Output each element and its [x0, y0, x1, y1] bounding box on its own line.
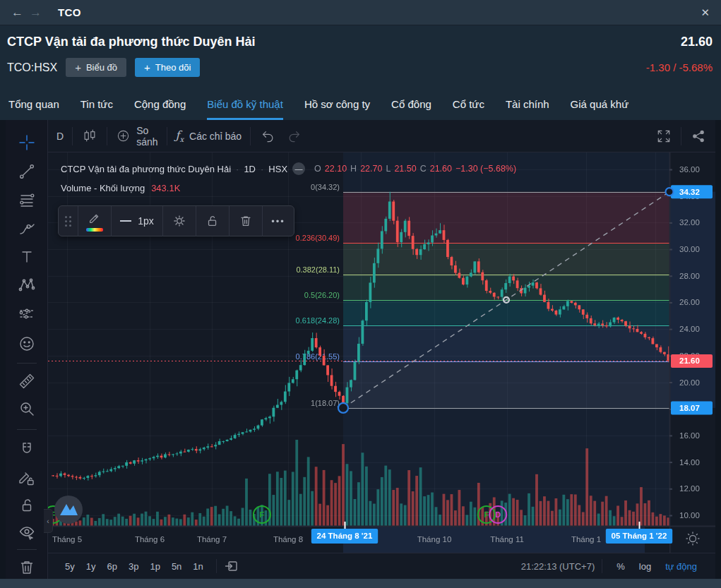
forward-arrow-icon[interactable]: →	[30, 6, 48, 20]
tab-ho-so-cong-ty[interactable]: Hồ sơ công ty	[304, 92, 370, 120]
hide-series-button[interactable]: —	[292, 162, 305, 175]
last-price: 21.60	[681, 35, 713, 49]
chart-top-toolbar: D So sánh ƒx Các chỉ báo	[48, 120, 715, 152]
emoji-tool[interactable]	[17, 334, 37, 354]
ohlc-values: O22.10 H22.70 L21.50 C21.60 −1.30 (−5.68…	[314, 164, 516, 174]
legend-exchange[interactable]: HSX	[268, 164, 287, 174]
tab-tong-quan[interactable]: Tổng quan	[8, 92, 59, 120]
page-bottom-strip	[0, 579, 721, 588]
tab-tai-chinh[interactable]: Tài chính	[506, 92, 549, 120]
more-options-button[interactable]: •••	[263, 206, 294, 236]
chart-legend: CTCP Vận tải đa phương thức Duyên Hải · …	[61, 162, 516, 193]
drawing-mode-lock-tool[interactable]	[17, 468, 37, 488]
toolbar-divider	[681, 127, 681, 145]
unlock-button[interactable]	[196, 206, 229, 236]
tab-cong-dong[interactable]: Cộng đồng	[134, 92, 186, 120]
plus-icon: +	[144, 62, 150, 73]
legend-symbol-title[interactable]: CTCP Vận tải đa phương thức Duyên Hải	[61, 164, 231, 174]
chart-style-button[interactable]	[81, 128, 98, 145]
compare-button[interactable]: So sánh	[116, 125, 157, 148]
plus-icon: +	[75, 62, 81, 73]
range-1n[interactable]: 1n	[187, 559, 208, 574]
trend-line-tool[interactable]	[17, 162, 37, 181]
legend-change: −1.30 (−5.68%)	[455, 164, 516, 174]
log-scale-button[interactable]: log	[632, 561, 658, 572]
share-button[interactable]	[690, 128, 707, 145]
indicators-button[interactable]: ƒx Các chỉ báo	[176, 128, 242, 143]
auto-scale-button[interactable]: tự động	[658, 561, 704, 572]
toolbar-divider	[167, 127, 167, 145]
tab-co-dong[interactable]: Cổ đông	[391, 92, 431, 120]
toolbar-divider	[602, 559, 602, 573]
symbol-header: CTCP Vận tải đa phương thức Duyên Hải 21…	[0, 26, 721, 92]
tab-co-tuc[interactable]: Cổ tức	[453, 92, 484, 120]
fullscreen-button[interactable]	[655, 128, 672, 145]
section-tabs: Tổng quanTin tứcCộng đồngBiểu đồ kỹ thuậ…	[0, 92, 721, 120]
add-chart-button[interactable]: + Biểu đồ	[66, 58, 126, 77]
circle-plus-icon	[116, 128, 131, 143]
drawing-tools-sidebar	[6, 120, 48, 579]
back-arrow-icon[interactable]: ←	[11, 6, 30, 20]
tab-tin-tuc[interactable]: Tin tức	[81, 92, 113, 120]
brush-tool[interactable]	[17, 219, 37, 239]
go-to-date-button[interactable]	[224, 558, 239, 574]
toolbar-divider	[216, 559, 217, 573]
symbol-exchange: TCO:HSX	[7, 61, 57, 74]
toolbar-divider	[17, 429, 37, 430]
range-5n[interactable]: 5n	[166, 559, 187, 574]
clock-utc[interactable]: 21:22:13 (UTC+7)	[521, 561, 595, 572]
tab-gia-qua-khu[interactable]: Giá quá khứ	[571, 92, 629, 120]
fx-icon: ƒx	[176, 128, 184, 143]
range-1p[interactable]: 1p	[144, 559, 165, 574]
redo-button[interactable]	[286, 128, 303, 145]
toolbar-divider	[17, 363, 37, 364]
rainbow-swatch	[86, 228, 103, 232]
lock-all-drawings-tool[interactable]	[17, 496, 37, 515]
line-width-button[interactable]: 1px	[112, 206, 162, 236]
measure-tool[interactable]	[17, 371, 37, 391]
toolbar-divider	[107, 127, 107, 145]
drag-handle[interactable]	[59, 206, 78, 236]
legend-interval[interactable]: 1D	[244, 164, 256, 174]
chart-shell: D So sánh ƒx Các chỉ báo CTCP Vận tải đa…	[6, 120, 715, 579]
drawing-properties-toolbar: 1px •••	[58, 205, 294, 236]
settings-button[interactable]	[163, 206, 196, 236]
hide-drawings-tool[interactable]	[17, 522, 37, 542]
chart-zone: D So sánh ƒx Các chỉ báo CTCP Vận tải đa…	[0, 120, 721, 579]
zoom-in-tool[interactable]	[17, 399, 37, 419]
toolbar-divider	[17, 549, 37, 550]
chart-bottom-toolbar: 5y1y6p3p1p5n1n 21:22:13 (UTC+7) % log tự…	[48, 553, 715, 579]
volume-value: 343.1K	[151, 183, 180, 193]
undo-button[interactable]	[259, 128, 276, 145]
sidebar-collapse-handle[interactable]: ‹	[44, 509, 53, 533]
projection-tool[interactable]	[17, 304, 37, 323]
range-6p[interactable]: 6p	[101, 559, 122, 574]
close-icon[interactable]: ✕	[701, 6, 710, 19]
color-picker-button[interactable]	[78, 206, 111, 236]
range-buttons: 5y1y6p3p1p5n1n	[59, 559, 209, 574]
remove-drawings-tool[interactable]	[17, 558, 37, 577]
price-change: -1.30 / -5.68%	[646, 61, 713, 73]
tab-bieu-do-ky-thuat[interactable]: Biểu đồ kỹ thuật	[207, 92, 283, 120]
xabcd-pattern-tool[interactable]	[17, 275, 37, 295]
follow-button[interactable]: + Theo dõi	[135, 58, 200, 77]
volume-study-label[interactable]: Volume - Khối lượng	[61, 183, 145, 193]
window-topbar: ← → TCO ✕	[0, 0, 721, 25]
interval-button[interactable]: D	[56, 131, 64, 142]
range-5y[interactable]: 5y	[59, 559, 81, 574]
delete-drawing-button[interactable]	[230, 206, 262, 236]
crosshair-tool[interactable]	[17, 133, 37, 152]
magnet-tool[interactable]	[17, 440, 37, 460]
toolbar-divider	[250, 127, 251, 145]
range-3p[interactable]: 3p	[123, 559, 144, 574]
percent-scale-button[interactable]: %	[609, 561, 632, 572]
text-tool[interactable]	[17, 247, 37, 267]
line-sample-icon	[120, 220, 131, 222]
range-1y[interactable]: 1y	[81, 559, 102, 574]
window-title: TCO	[58, 6, 81, 18]
toolbar-divider	[72, 127, 73, 145]
fib-retracement-tool[interactable]	[17, 191, 37, 210]
company-name: CTCP Vận tải đa phương thức Duyên Hải	[7, 35, 256, 49]
